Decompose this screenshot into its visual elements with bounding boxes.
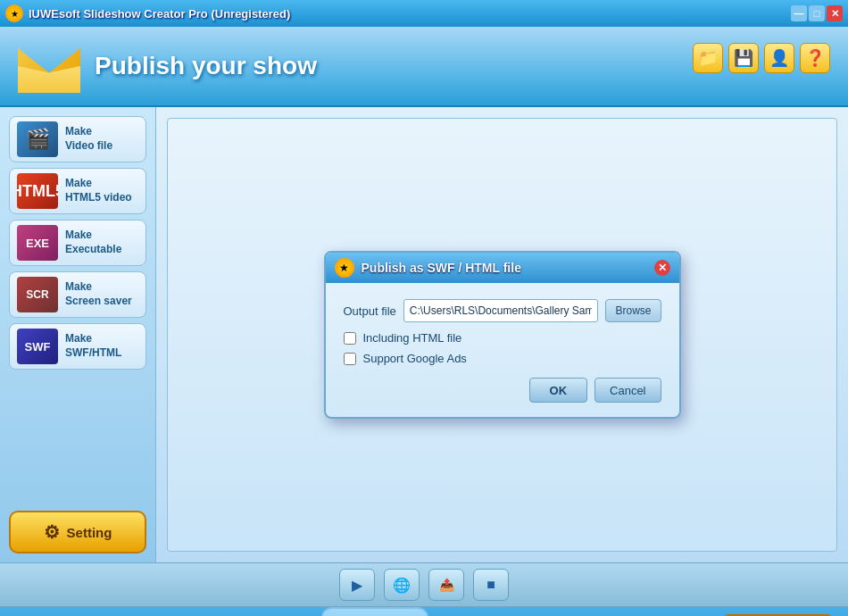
app-icon: ★ (5, 4, 23, 22)
header: Publish your show 📁 💾 👤 ❓ (0, 27, 848, 107)
titlebar: ★ IUWEsoft Slideshow Creator Pro (Unregi… (0, 0, 848, 27)
sidebar-item-screen-label: MakeScreen saver (65, 280, 132, 308)
minimize-button[interactable]: — (791, 5, 807, 21)
ok-button[interactable]: OK (529, 378, 588, 403)
screensaver-icon: SCR (17, 277, 58, 312)
tab-photo[interactable]: 📷 Photo (0, 607, 107, 616)
output-file-input[interactable] (403, 299, 599, 322)
executable-icon: EXE (17, 225, 58, 261)
dialog-close-button[interactable]: ✕ (654, 260, 670, 276)
dialog-footer: OK Cancel (344, 372, 661, 403)
titlebar-controls: — □ ✕ (791, 5, 843, 21)
envelope-front-icon (18, 48, 80, 93)
dialog-title: Publish as SWF / HTML file (362, 261, 521, 275)
google-ads-label: Support Google Ads (363, 352, 467, 365)
export-button[interactable]: 📤 (428, 569, 464, 601)
dialog-icon: ★ (335, 258, 354, 278)
google-ads-checkbox[interactable] (344, 353, 356, 365)
sidebar-item-html5[interactable]: HTML5 MakeHTML5 video (9, 168, 146, 214)
tab-template[interactable]: 🖼 Template (107, 607, 214, 616)
tab-decorate[interactable]: 💝 Decorate (214, 607, 321, 616)
toolbar-icons: 📁 💾 👤 ❓ (693, 43, 830, 73)
maximize-button[interactable]: □ (809, 5, 825, 21)
dialog-body: Output file Browse Including HTML file S… (326, 283, 679, 417)
gear-icon: ⚙ (44, 521, 60, 543)
page-title: Publish your show (95, 52, 317, 80)
help-icon[interactable]: ❓ (800, 43, 830, 73)
google-ads-row: Support Google Ads (344, 352, 661, 365)
include-html-checkbox[interactable] (344, 332, 356, 345)
stop-button[interactable]: ■ (473, 569, 509, 601)
play-button[interactable]: ▶ (339, 569, 375, 601)
swf-icon: SWF (17, 329, 58, 364)
content-area: ★ Publish as SWF / HTML file ✕ Output fi… (156, 107, 848, 562)
playback-bar: ▶ 🌐 📤 ■ (0, 562, 848, 607)
sidebar-item-swf[interactable]: SWF MakeSWF/HTML (9, 323, 146, 370)
browse-button[interactable]: Browse (605, 299, 661, 322)
preview-browser-button[interactable]: 🌐 (384, 569, 420, 601)
sidebar: 🎬 MakeVideo file HTML5 MakeHTML5 video E… (0, 107, 156, 562)
tab-publish[interactable]: 🌐 Publish (321, 607, 428, 616)
publish-dialog: ★ Publish as SWF / HTML file ✕ Output fi… (324, 251, 681, 419)
sidebar-item-swf-label: MakeSWF/HTML (65, 332, 121, 360)
sidebar-item-html5-label: MakeHTML5 video (65, 177, 132, 204)
dialog-titlebar: ★ Publish as SWF / HTML file ✕ (326, 253, 679, 283)
user-icon[interactable]: 👤 (764, 43, 794, 73)
include-html-row: Including HTML file (344, 331, 661, 345)
sidebar-item-video-label: MakeVideo file (65, 125, 112, 153)
output-file-label: Output file (344, 304, 396, 318)
open-folder-icon[interactable]: 📁 (693, 43, 723, 73)
main-area: 🎬 MakeVideo file HTML5 MakeHTML5 video E… (0, 107, 848, 562)
save-icon[interactable]: 💾 (728, 43, 759, 73)
include-html-label: Including HTML file (363, 331, 462, 345)
app-title: IUWEsoft Slideshow Creator Pro (Unregist… (29, 7, 290, 21)
setting-label: Setting (67, 525, 112, 540)
sidebar-item-exe-label: MakeExecutable (65, 229, 121, 256)
cancel-button[interactable]: Cancel (594, 378, 661, 403)
close-button[interactable]: ✕ (827, 5, 843, 21)
html5-icon: HTML5 (17, 173, 58, 209)
dialog-overlay: ★ Publish as SWF / HTML file ✕ Output fi… (156, 107, 848, 562)
titlebar-left: ★ IUWEsoft Slideshow Creator Pro (Unregi… (5, 4, 290, 22)
bottom-nav: 📷 Photo 🖼 Template 💝 Decorate 🌐 Publish … (0, 607, 848, 616)
video-icon: 🎬 (17, 121, 58, 157)
sidebar-item-exe[interactable]: EXE MakeExecutable (9, 220, 146, 266)
header-logo (18, 39, 80, 93)
sidebar-item-screen[interactable]: SCR MakeScreen saver (9, 271, 146, 318)
sidebar-item-video[interactable]: 🎬 MakeVideo file (9, 116, 146, 162)
setting-button[interactable]: ⚙ Setting (9, 511, 146, 554)
dialog-titlebar-left: ★ Publish as SWF / HTML file (335, 258, 521, 278)
output-file-row: Output file Browse (344, 299, 661, 322)
